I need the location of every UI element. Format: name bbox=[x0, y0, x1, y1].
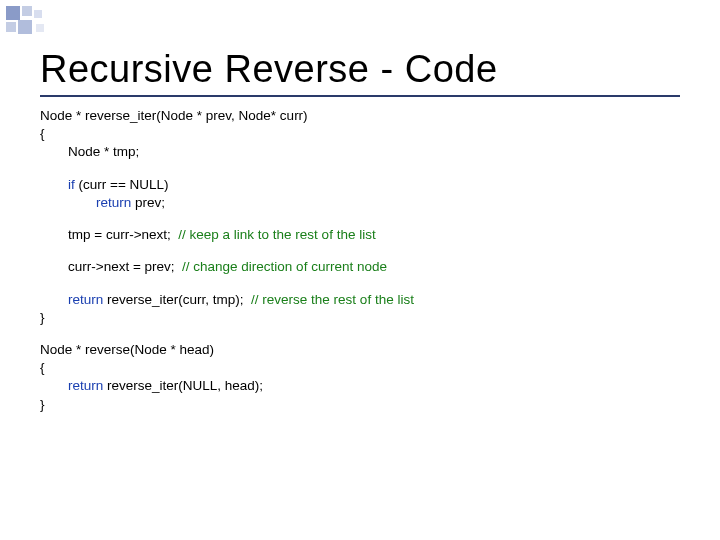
keyword-return: return bbox=[68, 292, 103, 307]
code-line: } bbox=[40, 396, 680, 414]
code-line: return prev; bbox=[40, 194, 680, 212]
title-rule bbox=[40, 95, 680, 97]
keyword-return: return bbox=[68, 378, 103, 393]
code-block: Node * reverse_iter(Node * prev, Node* c… bbox=[40, 107, 680, 414]
code-line: tmp = curr->next; // keep a link to the … bbox=[40, 226, 680, 244]
code-text: reverse_iter(curr, tmp); bbox=[103, 292, 251, 307]
code-text: curr->next = prev; bbox=[68, 259, 182, 274]
code-line: return reverse_iter(curr, tmp); // rever… bbox=[40, 291, 680, 309]
code-line: { bbox=[40, 359, 680, 377]
code-text: reverse_iter(NULL, head); bbox=[103, 378, 263, 393]
code-line: } bbox=[40, 309, 680, 327]
slide-title: Recursive Reverse - Code bbox=[40, 48, 680, 91]
code-line: Node * reverse(Node * head) bbox=[40, 341, 680, 359]
keyword-if: if bbox=[68, 177, 75, 192]
code-text: prev; bbox=[131, 195, 165, 210]
comment: // reverse the rest of the list bbox=[251, 292, 414, 307]
code-text: tmp = curr->next; bbox=[68, 227, 178, 242]
corner-decoration bbox=[6, 6, 76, 36]
code-line: { bbox=[40, 125, 680, 143]
code-text: (curr == NULL) bbox=[75, 177, 169, 192]
code-line: curr->next = prev; // change direction o… bbox=[40, 258, 680, 276]
code-line: Node * reverse_iter(Node * prev, Node* c… bbox=[40, 107, 680, 125]
keyword-return: return bbox=[96, 195, 131, 210]
comment: // change direction of current node bbox=[182, 259, 387, 274]
code-line: return reverse_iter(NULL, head); bbox=[40, 377, 680, 395]
comment: // keep a link to the rest of the list bbox=[178, 227, 375, 242]
code-line: if (curr == NULL) bbox=[40, 176, 680, 194]
code-line: Node * tmp; bbox=[40, 143, 680, 161]
